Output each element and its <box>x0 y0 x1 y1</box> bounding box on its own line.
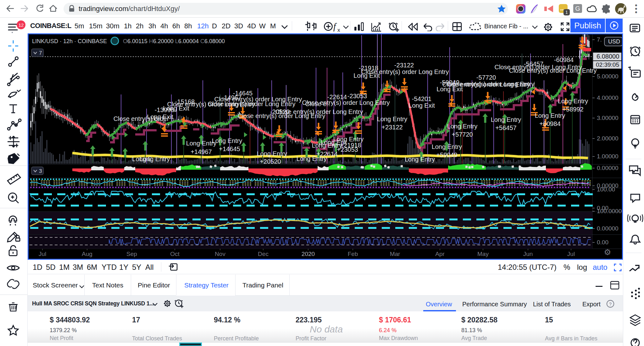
svg-text:Long Ent: Long Ent <box>321 139 346 146</box>
svg-text:Long Entry: Long Entry <box>257 150 287 157</box>
svg-text:5.00000: 5.00000 <box>597 73 619 80</box>
svg-text:0.00000: 0.00000 <box>597 165 619 171</box>
svg-text:+59049: +59049 <box>436 151 457 158</box>
svg-text:7: 7 <box>39 50 42 56</box>
svg-text:+23122: +23122 <box>381 124 402 131</box>
svg-text:Close entry(s) order: Close entry(s) order <box>114 115 169 122</box>
svg-text:Jul: Jul <box>567 251 575 257</box>
svg-text:1.00000: 1.00000 <box>597 153 619 160</box>
svg-text:Long Exit: Long Exit <box>408 102 435 109</box>
svg-text:-60984: -60984 <box>554 56 574 63</box>
svg-text:Long Exit: Long Exit <box>163 105 189 112</box>
svg-text:O6.00115 H6.20000 L6.00004 C6.: O6.00115 H6.20000 L6.00004 C6.08000 <box>123 38 225 44</box>
svg-text:-54201: -54201 <box>412 95 431 102</box>
svg-text:Feb: Feb <box>348 251 358 257</box>
svg-text:Long Entry: Long Entry <box>140 156 170 162</box>
svg-text:100.00: 100.00 <box>597 186 615 193</box>
svg-text:May: May <box>477 251 489 257</box>
svg-text:Oct: Oct <box>170 251 180 257</box>
svg-text:3: 3 <box>39 168 42 174</box>
svg-text:Long Entry: Long Entry <box>377 116 408 122</box>
svg-text:Close e..: Close e.. <box>305 100 330 107</box>
svg-text:Long Entry: Long Entry <box>432 143 462 150</box>
svg-text:Close entry(s) order Long Entr: Close entry(s) order Long Entry <box>237 112 325 119</box>
svg-text:Close entry(s) order Long Entr: Close entry(s) order Long Entry <box>361 68 449 75</box>
svg-text:2020: 2020 <box>302 251 315 257</box>
svg-text:+56457: +56457 <box>495 124 516 131</box>
svg-text:Nov: Nov <box>215 251 225 257</box>
svg-text:Jun: Jun <box>523 251 533 257</box>
svg-text:6.08000: 6.08000 <box>597 53 619 60</box>
svg-text:Sep: Sep <box>126 251 137 257</box>
svg-text:-23122: -23122 <box>394 62 414 69</box>
svg-text:+60984: +60984 <box>539 120 560 127</box>
svg-text:Aug: Aug <box>82 251 92 257</box>
svg-text:Long Entry: Long Entry <box>535 112 565 119</box>
svg-text:0.00000: 0.00000 <box>597 225 619 232</box>
svg-text:7.: 7. <box>597 36 602 43</box>
svg-text:+20520: +20520 <box>260 158 281 165</box>
svg-text:f: f <box>333 22 337 31</box>
svg-text:Dec: Dec <box>258 251 269 257</box>
svg-text:100.00000: 100.00000 <box>597 208 623 214</box>
svg-text:+23053: +23053 <box>337 146 358 153</box>
svg-text:Apr: Apr <box>435 251 445 257</box>
svg-text:⚙: ⚙ <box>604 247 611 257</box>
svg-text:3.00000: 3.00000 <box>597 115 619 121</box>
svg-text:Long Entry: Long Entry <box>491 116 521 123</box>
svg-text:2.00000: 2.00000 <box>597 135 619 142</box>
svg-text:12: 12 <box>19 22 24 28</box>
svg-text:Long Entry: Long Entry <box>558 98 588 105</box>
svg-text:+14645: +14645 <box>219 145 240 152</box>
svg-text:LINK/USD · 12h · COINBASE: LINK/USD · 12h · COINBASE <box>32 38 107 44</box>
svg-text:Mar: Mar <box>390 251 400 257</box>
svg-text:+57720: +57720 <box>452 131 473 138</box>
svg-text:Long Entry: Long Entry <box>447 123 478 130</box>
svg-text:Long Entry: Long Entry <box>405 156 435 163</box>
svg-text:Jul: Jul <box>39 251 46 257</box>
svg-text:x: x <box>337 27 340 32</box>
svg-text:02:39:05: 02:39:05 <box>596 61 619 68</box>
svg-text:Long Entry: Long Entry <box>212 137 242 144</box>
svg-text:+58992: +58992 <box>562 106 583 113</box>
svg-text:Close entry(s) order Long Entr: Close entry(s) order Long Entry <box>442 81 530 88</box>
svg-text:+14967: +14967 <box>191 148 212 155</box>
svg-text:Close entry(s) order Long Entr: Close entry(s) order Long Entry <box>214 96 302 103</box>
svg-text:-57720: -57720 <box>476 74 496 81</box>
svg-text:USD: USD <box>608 38 620 45</box>
svg-text:0.00: 0.00 <box>597 239 608 246</box>
svg-text:?: ? <box>609 302 612 307</box>
svg-text:+22614: +22614 <box>316 150 337 157</box>
svg-text:Close entry(s) order Long Entr: Close entry(s) order Long Entry <box>494 64 582 71</box>
svg-text:-23053: -23053 <box>347 93 367 99</box>
svg-text:4.00000: 4.00000 <box>597 94 619 101</box>
